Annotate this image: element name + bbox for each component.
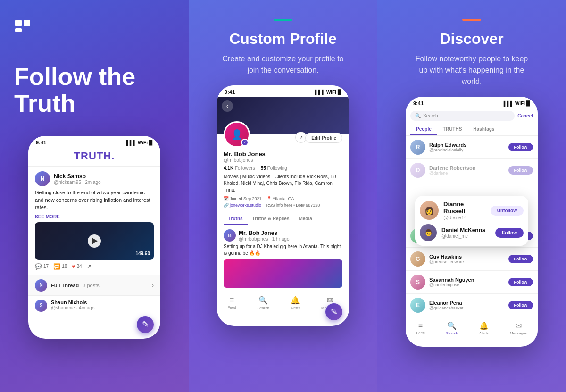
nav-search[interactable]: 🔍 Search	[258, 296, 269, 310]
discover-status-time: 9:41	[413, 100, 424, 106]
discover-bottom-nav: ≡ Feed 🔍 Search 🔔 Alerts ✉ Messages	[406, 317, 538, 337]
full-thread-bar[interactable]: N Full Thread 3 posts ›	[28, 275, 160, 296]
post-2-info: Shaun Nichols @shaunnie · 4m ago	[51, 300, 154, 310]
feed-header: TRUTH.	[28, 147, 160, 167]
svg-rect-1	[24, 20, 30, 26]
profile-meta: 📅 Joined Sep 2021 📍 Atlanta, GA	[224, 196, 342, 201]
status-icons: ▌▌▌ WiFi ▉	[126, 140, 153, 145]
battery-icon: ▉	[149, 140, 153, 145]
discover-nav-search[interactable]: 🔍 Search	[446, 321, 458, 335]
user-6-info: Eleanor Pena @guidancebasket	[429, 300, 505, 310]
user-4-handle: @precisefreeware	[429, 259, 505, 264]
left-panel: Follow the Truth 9:41 ▌▌▌ WiFi ▉ TRUTH. …	[0, 0, 189, 392]
daniel-avatar: 👨	[420, 224, 437, 241]
user-6-avatar: E	[410, 298, 425, 313]
share-icon: ↗	[87, 263, 92, 270]
followers-label: Followers	[235, 166, 255, 171]
user-4-follow-button[interactable]: Follow	[508, 255, 533, 263]
search-bar-container: 🔍 Search... Cancel	[406, 108, 538, 124]
nav-alerts[interactable]: 🔔 Alerts	[291, 296, 300, 310]
floating-discover-card: 👩 Dianne Russell @diane14 Unfollow 👨 Dan…	[415, 196, 528, 246]
following-count: 55	[261, 166, 266, 171]
user-2-follow-button[interactable]: Follow	[508, 166, 533, 175]
compose-fab[interactable]: ✎	[137, 316, 154, 333]
post-1-username: Nick Samso	[54, 173, 154, 180]
post-1-avatar: N	[35, 171, 50, 186]
right-panel: Discover Follow noteworthy people to kee…	[377, 0, 566, 392]
search-bar[interactable]: 🔍 Search...	[410, 111, 515, 121]
user-5-follow-button[interactable]: Follow	[508, 278, 533, 286]
profile-wifi-icon: WiFi	[326, 90, 336, 95]
discover-alerts-icon: 🔔	[479, 321, 489, 330]
profile-post-content: Setting up for a DJ Khaled gig here in A…	[224, 243, 342, 257]
user-4-avatar: G	[410, 251, 425, 267]
nav-feed[interactable]: ≡ Feed	[227, 296, 236, 310]
play-button[interactable]	[88, 234, 101, 248]
discover-messages-icon: ✉	[516, 321, 522, 330]
following-label: Following	[267, 166, 287, 171]
discover-nav-alerts[interactable]: 🔔 Alerts	[479, 321, 489, 335]
feed-phone: 9:41 ▌▌▌ WiFi ▉ TRUTH. N Nick Samso @nic…	[28, 136, 160, 339]
edit-profile-button[interactable]: Edit Profile	[305, 133, 342, 143]
middle-panel-title: Custom Profile	[222, 30, 344, 48]
back-button[interactable]: ‹	[222, 100, 233, 112]
tab-media[interactable]: Media	[294, 213, 316, 225]
discover-feed-icon: ≡	[418, 321, 423, 330]
discover-user-2: D Darlene Robertson @darlene Follow	[406, 159, 538, 182]
dianne-name: Dianne Russell	[443, 200, 486, 215]
feed-post-2-preview: S Shaun Nichols @shaunnie · 4m ago	[28, 296, 160, 316]
profile-post-header: B Mr. Bob Jones @mrbobjones · 1 hr ago	[224, 229, 342, 242]
daniel-follow-button[interactable]: Follow	[495, 228, 524, 238]
tab-truths[interactable]: Truths	[224, 213, 248, 225]
tab-people[interactable]: People	[410, 124, 437, 135]
tab-truths-replies[interactable]: Truths & Replies	[248, 213, 294, 225]
post-1-image: 149.60	[35, 222, 154, 260]
search-cancel-button[interactable]: Cancel	[517, 113, 533, 118]
left-panel-title: Follow the Truth	[14, 63, 135, 117]
floating-user-daniel: 👨 Daniel McKenna @daniel_mc Follow	[420, 224, 524, 241]
tab-hashtags[interactable]: Hashtags	[467, 124, 500, 135]
like-action[interactable]: ♥ 24	[72, 263, 82, 270]
tab-truths-discover[interactable]: TRUTHS	[437, 124, 468, 135]
discover-nav-messages-label: Messages	[510, 331, 527, 335]
user-2-info: Darlene Robertson @darlene	[429, 165, 505, 175]
retweet-icon: 🔁	[53, 263, 60, 270]
status-time: 9:41	[36, 140, 46, 145]
user-1-follow-button[interactable]: Follow	[508, 143, 533, 151]
dianne-unfollow-button[interactable]: Unfollow	[491, 206, 524, 216]
user-6-handle: @guidancebasket	[429, 306, 505, 310]
middle-panel-header: Custom Profile Create and customize your…	[222, 19, 344, 76]
discover-nav-messages[interactable]: ✉ Messages	[510, 321, 527, 335]
share-action[interactable]: ↗	[87, 263, 92, 270]
discover-nav-search-label: Search	[446, 331, 458, 335]
chevron-right-icon: ›	[152, 282, 154, 289]
bot-meta: RSS info here • Bot# 987328	[266, 203, 320, 208]
discover-battery-icon: ▉	[526, 101, 530, 106]
user-1-info: Ralph Edwards @provincialaxially	[429, 142, 505, 152]
retweet-action[interactable]: 🔁 18	[53, 263, 67, 270]
svg-rect-2	[15, 28, 22, 32]
comment-action[interactable]: 💬 17	[35, 263, 49, 270]
discover-user-5: S Savannah Nguyen @carrierimpose Follow	[406, 271, 538, 294]
user-6-follow-button[interactable]: Follow	[508, 301, 533, 309]
see-more-link[interactable]: SEE MORE	[35, 214, 154, 219]
followers-count: 4.1K	[224, 166, 233, 171]
alerts-icon: 🔔	[291, 296, 300, 305]
middle-accent-bar	[274, 19, 292, 21]
profile-status-bar: 9:41 ▌▌▌ WiFi ▉	[217, 85, 349, 97]
search-placeholder: Search...	[423, 113, 442, 118]
discover-nav-alerts-label: Alerts	[479, 331, 489, 335]
user-6-name: Eleanor Pena	[429, 300, 505, 306]
retweet-count: 18	[62, 264, 67, 269]
discover-nav-feed[interactable]: ≡ Feed	[416, 321, 424, 335]
post-1-actions: 💬 17 🔁 18 ♥ 24 ↗ ···	[35, 263, 154, 270]
discover-signal-icon: ▌▌▌	[504, 101, 514, 106]
user-5-avatar: S	[410, 275, 425, 290]
nav-feed-label: Feed	[227, 305, 236, 309]
like-count: 24	[76, 264, 82, 269]
profile-compose-fab[interactable]: ✎	[325, 303, 342, 320]
feed-logo: TRUTH.	[74, 150, 115, 162]
profile-post-user: Mr. Bob Jones @mrbobjones · 1 hr ago	[239, 230, 289, 242]
discover-user-4: G Guy Hawkins @precisefreeware Follow	[406, 248, 538, 271]
more-options[interactable]: ···	[148, 263, 154, 270]
